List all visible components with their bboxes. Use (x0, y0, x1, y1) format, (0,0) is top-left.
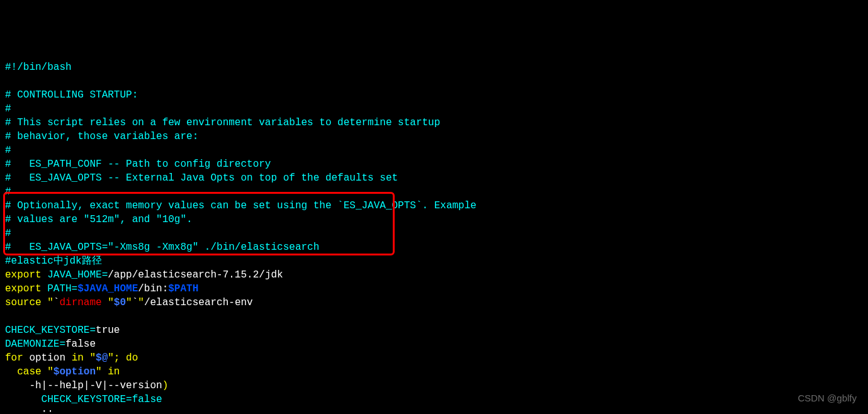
command: dirname (59, 297, 108, 308)
value: true (96, 325, 120, 336)
comment: # (5, 186, 11, 198)
keyword-source: source (5, 297, 42, 308)
shebang: #!/bin/bash (5, 62, 72, 73)
comment: # ES_PATH_CONF -- Path to config directo… (5, 159, 271, 170)
keyword-for: for (5, 352, 23, 364)
path-value: /elasticsearch-env (144, 297, 253, 308)
comment: # This script relies on a few environmen… (5, 117, 440, 128)
quote: " (108, 352, 114, 364)
backtick: ` (132, 297, 138, 308)
text: /bin: (138, 283, 168, 294)
keyword-in: in (102, 366, 120, 378)
keyword-export: export (5, 283, 42, 294)
var-ref: $@ (96, 352, 108, 364)
quote: " (84, 352, 96, 364)
var-ref: $PATH (168, 283, 198, 294)
quote: " (42, 366, 54, 378)
keyword-export: export (5, 269, 42, 281)
backtick: ` (54, 297, 60, 308)
comment: #elastic中jdk路径 (5, 255, 102, 267)
path-value: /app/elasticsearch-7.15.2/jdk (108, 269, 283, 281)
var-assign: CHECK_KEYSTORE= (5, 325, 96, 336)
keyword-case: case (5, 366, 42, 378)
keyword-do: ; do (114, 352, 138, 364)
paren: ) (162, 380, 169, 391)
comment: # ES_JAVA_OPTS="-Xms8g -Xmx8g" ./bin/ela… (5, 242, 319, 253)
comment: # values are "512m", and "10g". (5, 214, 193, 225)
var-ref: $0 (114, 297, 126, 308)
comment: # (5, 145, 11, 156)
comment: # (5, 103, 11, 115)
case-pattern: -h|--help|-V|--version (5, 380, 162, 391)
quote: " (126, 297, 132, 308)
comment: # CONTROLLING STARTUP: (5, 89, 138, 101)
quote: " (42, 297, 54, 308)
quote: " (108, 297, 114, 308)
var-assign: PATH= (42, 283, 78, 294)
assignment: CHECK_KEYSTORE=false (5, 394, 162, 405)
comment: # (5, 228, 11, 239)
keyword-in: in (72, 352, 84, 364)
text: option (23, 352, 72, 364)
comment: # behavior, those variables are: (5, 131, 198, 142)
case-end: ;; (5, 408, 54, 414)
var-assign: JAVA_HOME= (42, 269, 108, 281)
code-view: #!/bin/bash # CONTROLLING STARTUP: # # T… (5, 60, 863, 414)
var-assign: DAEMONIZE= (5, 338, 65, 350)
var-ref: $JAVA_HOME (77, 283, 138, 294)
comment: # ES_JAVA_OPTS -- External Java Opts on … (5, 172, 398, 184)
value: false (65, 338, 96, 350)
comment: # Optionally, exact memory values can be… (5, 200, 476, 211)
quote: " (96, 366, 102, 378)
watermark-text: CSDN @gblfy (798, 391, 857, 405)
var-ref: $option (54, 366, 96, 378)
quote: " (138, 297, 144, 308)
